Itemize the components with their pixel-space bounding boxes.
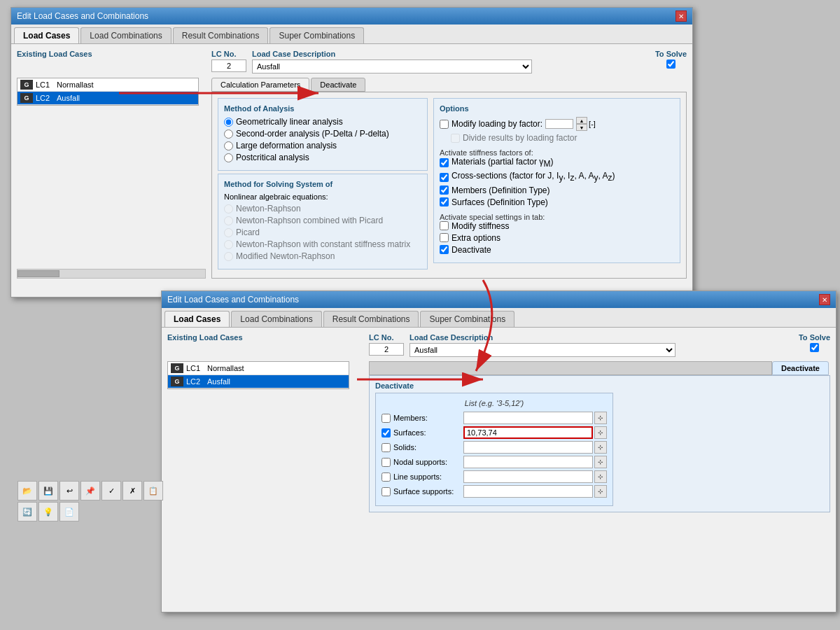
cb-materials-label: Materials (partial factor γM) <box>451 157 553 169</box>
spin-up[interactable]: ▲ <box>576 117 587 124</box>
deact-btn-solids[interactable]: ⊹ <box>594 441 607 454</box>
tool-btn-9[interactable]: 💡 <box>38 502 58 522</box>
dialog1-close[interactable]: ✕ <box>676 10 687 22</box>
deact-cb-surfaces[interactable] <box>382 428 391 438</box>
radio-modified-input <box>224 252 233 261</box>
deactivate-container: Deactivate List (e.g. '3-5,12') Members:… <box>369 375 830 512</box>
deact-cb-surface-supports[interactable] <box>382 487 391 496</box>
dialog2-tab-result-combinations[interactable]: Result Combinations <box>323 311 419 327</box>
dialog2-tab-calc-params[interactable] <box>369 361 772 375</box>
tab-super-combinations[interactable]: Super Combinations <box>270 27 364 43</box>
dialog2-close[interactable]: ✕ <box>819 294 830 305</box>
dialog2-lc-row-1[interactable]: G LC1 Normallast <box>168 362 349 375</box>
dialog2-tab-load-combinations[interactable]: Load Combinations <box>231 311 321 327</box>
tool-btn-3[interactable]: ↩ <box>59 481 79 500</box>
deact-input-surface-supports[interactable] <box>463 485 593 498</box>
dialog2-to-solve-checkbox[interactable] <box>799 343 830 352</box>
deact-input-members[interactable] <box>463 412 593 424</box>
dialog1-title: Edit Load Cases and Combinations <box>17 11 148 21</box>
tool-btn-2[interactable]: 💾 <box>38 481 58 500</box>
deact-input-nodal[interactable] <box>463 456 593 468</box>
radio-linear: Geometrically linear analysis <box>224 117 421 127</box>
tool-btn-8[interactable]: 🔄 <box>18 502 37 522</box>
tab-load-cases[interactable]: Load Cases <box>14 27 79 43</box>
tab-result-combinations[interactable]: Result Combinations <box>173 27 269 43</box>
deact-cb-solids[interactable] <box>382 443 391 452</box>
spin-down[interactable]: ▼ <box>576 124 587 131</box>
solving-title: Method for Solving System of <box>224 180 421 188</box>
options-col: Options Modify loading by factor: ▲ ▼ <box>433 98 680 272</box>
calc-tab-deactivate[interactable]: Deactivate <box>311 78 365 92</box>
dialog1-titlebar: Edit Load Cases and Combinations ✕ <box>11 8 692 24</box>
dialog2-lc-desc-label: Load Case Description <box>410 333 793 342</box>
cb-extra-input[interactable] <box>440 233 449 242</box>
tab-load-combinations[interactable]: Load Combinations <box>80 27 171 43</box>
lc-section-header: Existing Load Cases <box>17 50 206 58</box>
scrollbar[interactable] <box>17 269 206 279</box>
dialog2-lc-name-2: Ausfall <box>207 377 230 386</box>
tool-btn-1[interactable]: 📂 <box>18 481 37 500</box>
cb-modify-loading-input[interactable] <box>440 120 449 129</box>
dialog2-lc-row-2[interactable]: G LC2 Ausfall <box>168 375 349 388</box>
deact-btn-surfaces[interactable]: ⊹ <box>594 426 607 439</box>
calc-tab-params[interactable]: Calculation Parameters <box>211 78 309 92</box>
dialog2-lc-desc-select[interactable]: Ausfall <box>410 343 676 357</box>
cb-cross-input[interactable] <box>440 173 449 182</box>
cb-extra: Extra options <box>440 233 674 243</box>
radio-newton-picard: Newton-Raphson combined with Picard <box>224 216 421 225</box>
deact-cb-line[interactable] <box>382 472 391 482</box>
cb-surfaces-input[interactable] <box>440 197 449 206</box>
calc-tabs: Calculation Parameters Deactivate <box>211 78 687 92</box>
to-solve-label: To Solve <box>655 50 687 58</box>
deact-input-line[interactable] <box>463 470 593 483</box>
scrollbar-thumb <box>18 270 59 277</box>
dialog2-to-solve-label: To Solve <box>799 333 830 342</box>
deact-cb-members[interactable] <box>382 414 391 423</box>
deact-btn-surface-supports[interactable]: ⊹ <box>594 485 607 498</box>
deact-btn-members[interactable]: ⊹ <box>594 412 607 424</box>
tool-btn-7[interactable]: 📋 <box>144 481 163 500</box>
tool-btn-4[interactable]: 📌 <box>80 481 100 500</box>
radio-post-input[interactable] <box>224 153 233 162</box>
radio-modified: Modified Newton-Raphson <box>224 251 421 261</box>
deact-row-solids: Solids: ⊹ <box>382 441 607 454</box>
lc-row-2[interactable]: G LC2 Ausfall <box>18 92 198 105</box>
cb-divide: Divide results by loading factor <box>440 133 674 143</box>
deact-input-solids[interactable] <box>463 441 593 454</box>
dialog2-lc-no-input[interactable] <box>369 343 404 356</box>
cb-deactivate-input[interactable] <box>440 245 449 254</box>
radio-second-label: Second-order analysis (P-Delta / P-delta… <box>236 129 389 139</box>
deact-btn-nodal[interactable]: ⊹ <box>594 456 607 468</box>
cb-materials: Materials (partial factor γM) <box>440 157 674 169</box>
radio-linear-input[interactable] <box>224 118 233 127</box>
dialog2-tab-super-combinations[interactable]: Super Combinations <box>420 311 514 327</box>
lc-no-input[interactable] <box>211 59 246 72</box>
toolbar-row1: 📂 💾 ↩ 📌 ✓ ✗ 📋 <box>18 481 163 500</box>
tool-btn-10[interactable]: 📄 <box>59 502 79 522</box>
to-solve-checkbox[interactable] <box>655 59 687 69</box>
factor-input[interactable] <box>545 119 573 129</box>
dialog1: Edit Load Cases and Combinations ✕ Load … <box>10 7 693 298</box>
deact-btn-line[interactable]: ⊹ <box>594 470 607 483</box>
tool-btn-5[interactable]: ✓ <box>102 481 121 500</box>
radio-large-input[interactable] <box>224 141 233 150</box>
deact-cb-nodal[interactable] <box>382 458 391 467</box>
cb-surfaces: Surfaces (Definition Type) <box>440 197 674 207</box>
deact-input-surfaces[interactable] <box>463 426 593 439</box>
dialog2-tab-load-cases[interactable]: Load Cases <box>164 311 230 327</box>
dialog2-calc-tabs: Deactivate <box>369 361 830 375</box>
radio-newton-picard-label: Newton-Raphson combined with Picard <box>236 216 383 225</box>
cb-materials-input[interactable] <box>440 158 449 167</box>
cb-members-input[interactable] <box>440 186 449 195</box>
lc-name-1: Normallast <box>57 80 94 89</box>
main-area: G LC1 Normallast G LC2 Ausfall <box>17 78 687 279</box>
dialog2-tab-deactivate[interactable]: Deactivate <box>772 361 829 375</box>
radio-constant-label: Newton-Raphson with constant stiffness m… <box>236 239 410 249</box>
radio-picard: Picard <box>224 227 421 237</box>
tool-btn-6[interactable]: ✗ <box>122 481 142 500</box>
cb-modify-stiffness-input[interactable] <box>440 221 449 230</box>
factor-spinner[interactable]: ▲ ▼ <box>576 117 587 131</box>
lc-row-1[interactable]: G LC1 Normallast <box>18 78 198 92</box>
radio-second-input[interactable] <box>224 130 233 139</box>
lc-desc-select[interactable]: Ausfall <box>252 59 532 74</box>
